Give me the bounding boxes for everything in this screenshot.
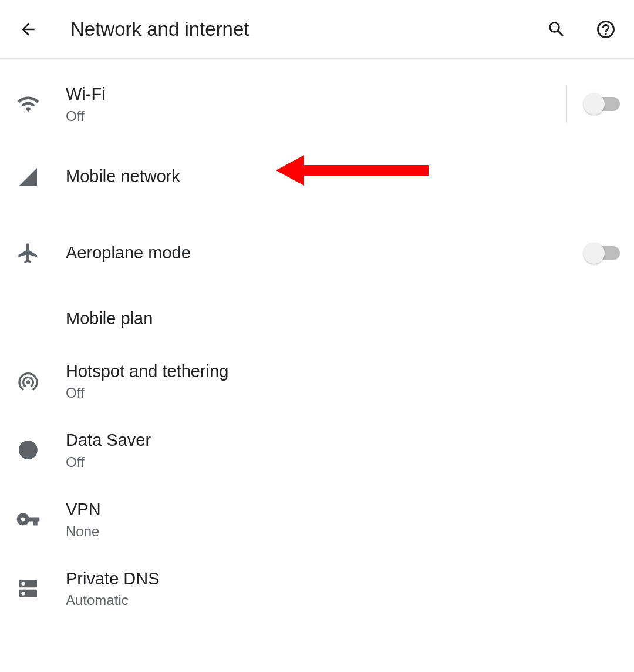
item-subtitle: Automatic xyxy=(66,592,620,609)
item-title: Data Saver xyxy=(66,429,620,452)
cellular-signal-icon xyxy=(14,163,42,191)
wifi-icon xyxy=(14,90,42,118)
setting-item-mobile-network[interactable]: Mobile network xyxy=(0,139,634,215)
toggle-knob xyxy=(584,93,605,115)
item-subtitle: Off xyxy=(66,108,557,125)
page-title: Network and internet xyxy=(70,18,542,41)
dns-icon xyxy=(14,574,42,603)
help-button[interactable] xyxy=(592,15,620,43)
item-title: Mobile network xyxy=(66,166,620,188)
item-text: Aeroplane mode xyxy=(66,242,558,264)
setting-item-hotspot[interactable]: Hotspot and tethering Off xyxy=(0,347,634,416)
item-subtitle: Off xyxy=(66,454,620,471)
item-text: Hotspot and tethering Off xyxy=(66,361,620,402)
aeroplane-mode-toggle[interactable] xyxy=(586,246,620,260)
setting-item-wifi[interactable]: Wi-Fi Off xyxy=(0,69,634,139)
back-button[interactable] xyxy=(14,15,42,43)
item-text: Private DNS Automatic xyxy=(66,568,620,609)
header-actions xyxy=(542,15,620,43)
search-button[interactable] xyxy=(542,15,571,43)
item-title: Hotspot and tethering xyxy=(66,361,620,383)
help-icon xyxy=(595,19,616,40)
wifi-toggle[interactable] xyxy=(586,97,620,111)
setting-item-mobile-plan[interactable]: Mobile plan xyxy=(0,291,634,347)
data-saver-icon xyxy=(14,436,42,464)
item-text: Data Saver Off xyxy=(66,429,620,471)
header: Network and internet xyxy=(0,0,634,59)
setting-item-data-saver[interactable]: Data Saver Off xyxy=(0,415,634,485)
item-title: VPN xyxy=(66,499,620,521)
toggle-wrapper xyxy=(566,85,620,123)
hotspot-icon xyxy=(14,367,42,395)
item-text: Wi-Fi Off xyxy=(66,83,557,125)
item-title: Aeroplane mode xyxy=(66,242,558,264)
back-arrow-icon xyxy=(19,20,38,39)
item-title: Mobile plan xyxy=(66,308,620,330)
toggle-wrapper xyxy=(567,246,620,260)
toggle-knob xyxy=(584,243,605,264)
item-text: VPN None xyxy=(66,499,620,540)
item-subtitle: Off xyxy=(66,385,620,401)
setting-item-private-dns[interactable]: Private DNS Automatic xyxy=(0,554,634,623)
search-icon xyxy=(547,19,566,39)
item-title: Wi-Fi xyxy=(66,83,557,106)
item-text: Mobile plan xyxy=(66,308,620,330)
item-subtitle: None xyxy=(66,523,620,540)
vpn-key-icon xyxy=(14,505,42,533)
setting-item-aeroplane-mode[interactable]: Aeroplane mode xyxy=(0,215,634,291)
setting-item-vpn[interactable]: VPN None xyxy=(0,485,634,554)
item-title: Private DNS xyxy=(66,568,620,590)
settings-list: Wi-Fi Off Mobile network Aeroplane mode xyxy=(0,59,634,623)
airplane-icon xyxy=(14,239,42,267)
item-text: Mobile network xyxy=(66,166,620,188)
